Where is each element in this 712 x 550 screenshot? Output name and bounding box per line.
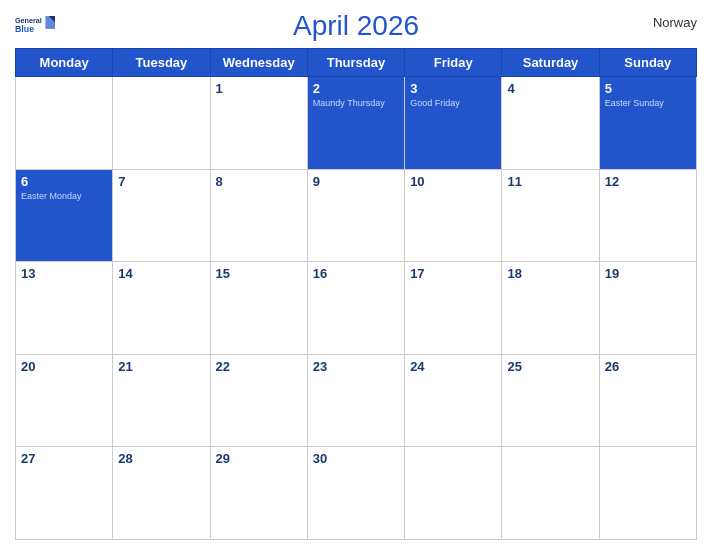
calendar-body: 12Maundy Thursday3Good Friday45Easter Su… <box>16 77 697 540</box>
calendar-cell: 23 <box>307 354 404 447</box>
calendar-cell: 11 <box>502 169 599 262</box>
week-row-3: 13141516171819 <box>16 262 697 355</box>
calendar-cell: 5Easter Sunday <box>599 77 696 170</box>
calendar-cell: 1 <box>210 77 307 170</box>
calendar-cell: 3Good Friday <box>405 77 502 170</box>
day-number: 6 <box>21 174 107 189</box>
week-row-4: 20212223242526 <box>16 354 697 447</box>
calendar-cell: 10 <box>405 169 502 262</box>
calendar-cell: 15 <box>210 262 307 355</box>
day-number: 15 <box>216 266 302 281</box>
day-number: 2 <box>313 81 399 96</box>
day-number: 23 <box>313 359 399 374</box>
day-number: 10 <box>410 174 496 189</box>
days-header-row: Monday Tuesday Wednesday Thursday Friday… <box>16 49 697 77</box>
day-number: 1 <box>216 81 302 96</box>
day-number: 29 <box>216 451 302 466</box>
calendar-cell: 7 <box>113 169 210 262</box>
calendar-cell: 30 <box>307 447 404 540</box>
calendar-cell: 9 <box>307 169 404 262</box>
holiday-name: Easter Sunday <box>605 98 691 109</box>
day-number: 9 <box>313 174 399 189</box>
calendar-cell: 25 <box>502 354 599 447</box>
day-number: 20 <box>21 359 107 374</box>
calendar-cell: 16 <box>307 262 404 355</box>
calendar-cell: 21 <box>113 354 210 447</box>
day-number: 12 <box>605 174 691 189</box>
holiday-name: Easter Monday <box>21 191 107 202</box>
calendar-cell: 14 <box>113 262 210 355</box>
col-monday: Monday <box>16 49 113 77</box>
calendar-cell <box>599 447 696 540</box>
calendar-cell: 29 <box>210 447 307 540</box>
calendar-cell: 27 <box>16 447 113 540</box>
calendar-cell <box>405 447 502 540</box>
week-row-1: 12Maundy Thursday3Good Friday45Easter Su… <box>16 77 697 170</box>
col-sunday: Sunday <box>599 49 696 77</box>
week-row-2: 6Easter Monday789101112 <box>16 169 697 262</box>
day-number: 7 <box>118 174 204 189</box>
day-number: 4 <box>507 81 593 96</box>
col-wednesday: Wednesday <box>210 49 307 77</box>
calendar-cell: 20 <box>16 354 113 447</box>
calendar-cell: 24 <box>405 354 502 447</box>
day-number: 21 <box>118 359 204 374</box>
calendar-cell <box>113 77 210 170</box>
day-number: 22 <box>216 359 302 374</box>
svg-text:Blue: Blue <box>15 24 34 34</box>
calendar-cell: 22 <box>210 354 307 447</box>
day-number: 8 <box>216 174 302 189</box>
day-number: 19 <box>605 266 691 281</box>
logo: General Blue <box>15 14 55 39</box>
calendar-cell: 2Maundy Thursday <box>307 77 404 170</box>
calendar-cell: 17 <box>405 262 502 355</box>
day-number: 14 <box>118 266 204 281</box>
calendar-cell: 26 <box>599 354 696 447</box>
week-row-5: 27282930 <box>16 447 697 540</box>
calendar-table: Monday Tuesday Wednesday Thursday Friday… <box>15 48 697 540</box>
holiday-name: Maundy Thursday <box>313 98 399 109</box>
day-number: 30 <box>313 451 399 466</box>
col-friday: Friday <box>405 49 502 77</box>
country-label: Norway <box>653 15 697 30</box>
day-number: 28 <box>118 451 204 466</box>
calendar-cell: 13 <box>16 262 113 355</box>
day-number: 16 <box>313 266 399 281</box>
calendar-cell: 12 <box>599 169 696 262</box>
holiday-name: Good Friday <box>410 98 496 109</box>
day-number: 24 <box>410 359 496 374</box>
calendar-cell: 6Easter Monday <box>16 169 113 262</box>
calendar-cell <box>16 77 113 170</box>
day-number: 25 <box>507 359 593 374</box>
calendar-cell: 18 <box>502 262 599 355</box>
day-number: 26 <box>605 359 691 374</box>
day-number: 11 <box>507 174 593 189</box>
page-title: April 2026 <box>293 10 419 42</box>
day-number: 5 <box>605 81 691 96</box>
day-number: 17 <box>410 266 496 281</box>
calendar-header: General Blue April 2026 Norway <box>15 10 697 42</box>
col-tuesday: Tuesday <box>113 49 210 77</box>
calendar-cell: 8 <box>210 169 307 262</box>
day-number: 27 <box>21 451 107 466</box>
day-number: 18 <box>507 266 593 281</box>
calendar-cell <box>502 447 599 540</box>
calendar-cell: 28 <box>113 447 210 540</box>
calendar-cell: 19 <box>599 262 696 355</box>
calendar-cell: 4 <box>502 77 599 170</box>
col-thursday: Thursday <box>307 49 404 77</box>
col-saturday: Saturday <box>502 49 599 77</box>
day-number: 13 <box>21 266 107 281</box>
day-number: 3 <box>410 81 496 96</box>
